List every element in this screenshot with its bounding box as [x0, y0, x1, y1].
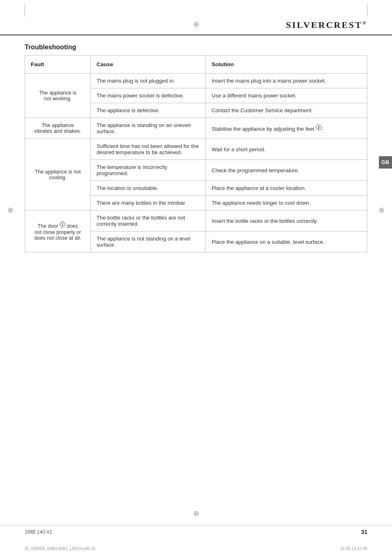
print-info-right: 18.06.14 15:48 — [340, 546, 367, 551]
gb-tab: GB — [379, 156, 392, 169]
solution-cell: The appliance needs longer to cool down. — [206, 196, 367, 210]
table-row: The appliance is notcooling.Sufficient t… — [25, 139, 367, 160]
crosshair-mid-left: ⊕ — [7, 206, 14, 215]
cause-cell: The location is unsuitable. — [91, 181, 206, 196]
cause-cell: The appliance is not standing on a level… — [91, 231, 206, 252]
print-info: IB_100658_SMB140A1_LBCH.indb 31 18.06.14… — [0, 546, 392, 551]
top-lines — [0, 0, 392, 12]
main-content: Troubleshooting Fault Cause Solution The… — [0, 35, 392, 261]
solution-cell: Wait for a short period. — [206, 139, 367, 160]
solution-cell: Place the appliance at a cooler location… — [206, 181, 367, 196]
fault-cell: The door 1 doesnot close properly ordoes… — [25, 210, 91, 252]
registered-symbol: ® — [362, 20, 367, 26]
cause-cell: The appliance is defective. — [91, 103, 206, 118]
solution-cell: Use a different mains power socket. — [206, 88, 367, 103]
col-header-solution: Solution — [206, 56, 367, 74]
brand-text: SilverCrest — [286, 20, 362, 30]
footer-model: SMB 140 A1 — [25, 529, 52, 535]
cause-cell: Sufficient time has not been allowed for… — [91, 139, 206, 160]
crosshair-top-center: ⊕ — [193, 20, 199, 29]
table-row: The appliancevibrates and shakes.The app… — [25, 118, 367, 139]
solution-cell: Contact the Customer Service department. — [206, 103, 367, 118]
footer-page-number: 31 — [361, 529, 367, 535]
cause-cell: The mains plug is not plugged in. — [91, 74, 206, 88]
table-header-row: Fault Cause Solution — [25, 56, 367, 74]
solution-cell: Stabilise the appliance by adjusting the… — [206, 118, 367, 139]
crosshair-mid-right: ⊕ — [378, 206, 385, 215]
table-body: The appliance isnot working.The mains pl… — [25, 74, 367, 252]
troubleshoot-table: Fault Cause Solution The appliance isnot… — [25, 55, 367, 252]
top-line-left — [25, 4, 25, 16]
solution-cell: Place the appliance on a suitable, level… — [206, 231, 367, 252]
brand-name: SilverCrest® — [286, 20, 367, 30]
cause-cell: There are many bottles in the minibar. — [91, 196, 206, 210]
solution-cell: Check the programmed temperature. — [206, 160, 367, 181]
solution-cell: Insert the mains plug into a mains power… — [206, 74, 367, 88]
col-header-fault: Fault — [25, 56, 91, 74]
fault-cell: The appliance isnot working. — [25, 74, 91, 118]
col-header-cause: Cause — [91, 56, 206, 74]
print-info-left: IB_100658_SMB140A1_LBCH.indb 31 — [25, 546, 95, 551]
footer: SMB 140 A1 31 — [0, 525, 392, 539]
fault-cell: The appliancevibrates and shakes. — [25, 118, 91, 139]
section-title: Troubleshooting — [25, 44, 367, 51]
cause-cell: The temperature is incorrectly programme… — [91, 160, 206, 181]
fault-cell: The appliance is notcooling. — [25, 139, 91, 210]
cause-cell: The bottle racks or the bottles are not … — [91, 210, 206, 231]
solution-cell: Insert the bottle racks or the bottles c… — [206, 210, 367, 231]
table-row: The door 1 doesnot close properly ordoes… — [25, 210, 367, 231]
crosshair-bottom-center: ⊕ — [193, 509, 199, 518]
page-container: ⊕ ⊕ ⊕ ⊕ GB SilverCrest® Troubleshooting … — [0, 0, 392, 555]
cause-cell: The appliance is standing on an uneven s… — [91, 118, 206, 139]
cause-cell: The mains power socket is defective. — [91, 88, 206, 103]
top-line-right — [367, 4, 367, 16]
table-row: The appliance isnot working.The mains pl… — [25, 74, 367, 88]
